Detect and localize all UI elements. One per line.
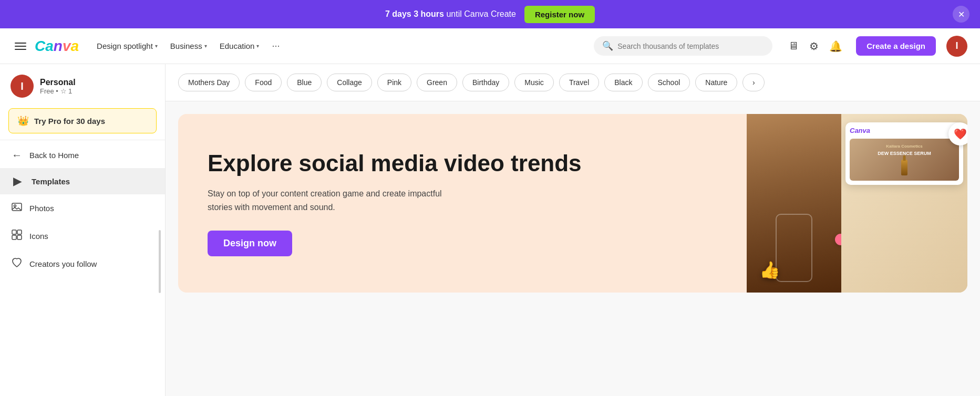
search-bar: 🔍 <box>594 36 772 56</box>
tag-school[interactable]: School <box>648 74 690 91</box>
tag-music[interactable]: Music <box>514 74 554 91</box>
sidebar-item-photos[interactable]: Photos <box>0 194 165 222</box>
banner-text: 7 days 3 hours until Canva Create <box>385 9 516 19</box>
hero-title: Explore social media video trends <box>208 150 721 177</box>
tag-collage[interactable]: Collage <box>327 74 372 91</box>
nav-education-label: Education <box>220 41 255 50</box>
svg-point-1 <box>14 205 16 207</box>
svg-rect-4 <box>12 235 16 239</box>
heart-icon <box>11 257 23 271</box>
hero-content: Explore social media video trends Stay o… <box>178 114 747 293</box>
main-nav: Design spotlight ▾ Business ▾ Education … <box>91 37 285 55</box>
sidebar-profile-plan: Free • ☆ 1 <box>40 87 76 95</box>
sidebar-photos-label: Photos <box>29 204 54 213</box>
svg-rect-2 <box>12 230 16 234</box>
tags-more-button[interactable]: › <box>742 74 765 91</box>
svg-rect-5 <box>17 235 22 239</box>
header-icons: 🖥 ⚙ 🔔 <box>785 37 845 56</box>
banner-suffix: until Canva Create <box>446 9 516 18</box>
tag-green[interactable]: Green <box>417 74 457 91</box>
crown-icon: 👑 <box>17 115 29 127</box>
bell-icon-button[interactable]: 🔔 <box>826 37 845 56</box>
tag-pink[interactable]: Pink <box>377 74 411 91</box>
canva-mockup-logo: Canva <box>850 127 870 134</box>
hero-image-right: Canva ··· ↑ Kallara Cosmetics DEW ESSENC… <box>841 114 967 293</box>
scroll-indicator <box>159 230 161 293</box>
hero-banner: Explore social media video trends Stay o… <box>178 114 967 293</box>
cosmetics-brand: Kallara Cosmetics <box>878 144 931 149</box>
canva-mockup-header: Canva ··· ↑ <box>850 127 959 134</box>
svg-rect-3 <box>17 230 22 234</box>
back-arrow-icon: ← <box>11 149 23 161</box>
tag-blue[interactable]: Blue <box>287 74 322 91</box>
sidebar-item-templates[interactable]: ▶ Templates <box>0 168 165 194</box>
nav-business[interactable]: Business ▾ <box>165 38 212 54</box>
create-design-button[interactable]: Create a design <box>856 36 936 56</box>
sidebar-profile: I Personal Free • ☆ 1 <box>0 64 165 104</box>
nav-design-spotlight-label: Design spotlight <box>97 41 153 50</box>
sidebar-creators-label: Creators you follow <box>29 259 97 268</box>
sidebar-divider <box>0 140 165 140</box>
sidebar-item-creators[interactable]: Creators you follow <box>0 250 165 278</box>
search-input[interactable] <box>617 42 764 50</box>
banner-countdown: 7 days 3 hours <box>385 9 444 18</box>
photos-icon <box>11 201 23 215</box>
tag-mothers-day[interactable]: Mothers Day <box>178 74 240 91</box>
chevron-down-icon: ▾ <box>256 43 259 49</box>
main-layout: I Personal Free • ☆ 1 👑 Try Pro for 30 d… <box>0 64 980 396</box>
thumbs-up-icon: 👍 <box>759 260 780 280</box>
monitor-icon-button[interactable]: 🖥 <box>785 37 802 55</box>
tag-nature[interactable]: Nature <box>695 74 737 91</box>
icons-icon <box>11 229 23 243</box>
sidebar-templates-label: Templates <box>32 177 70 186</box>
sidebar-back-home-label: Back to Home <box>29 151 79 160</box>
content-area: Mothers Day Food Blue Collage Pink Green… <box>166 64 980 396</box>
search-icon: 🔍 <box>602 40 613 51</box>
canva-logo[interactable]: Canva <box>35 38 79 55</box>
hero-subtitle: Stay on top of your content creation gam… <box>208 187 449 214</box>
hamburger-line <box>15 43 26 44</box>
chevron-down-icon: ▾ <box>155 43 158 49</box>
sidebar-item-icons[interactable]: Icons <box>0 222 165 250</box>
sidebar-item-back-home[interactable]: ← Back to Home <box>0 142 165 168</box>
tag-food[interactable]: Food <box>245 74 282 91</box>
tag-black[interactable]: Black <box>604 74 642 91</box>
tags-row: Mothers Day Food Blue Collage Pink Green… <box>166 64 980 101</box>
try-pro-label: Try Pro for 30 days <box>34 117 105 126</box>
arrow-right-icon: ▶ <box>11 175 23 187</box>
canva-mockup-image: Kallara Cosmetics DEW ESSENCE SERUM <box>850 139 959 181</box>
design-now-button[interactable]: Design now <box>208 231 292 256</box>
hero-image-left: 👍 <box>747 114 841 293</box>
nav-education[interactable]: Education ▾ <box>214 38 265 54</box>
sidebar: I Personal Free • ☆ 1 👑 Try Pro for 30 d… <box>0 64 166 396</box>
nav-more-button[interactable]: ··· <box>266 37 285 55</box>
close-banner-button[interactable]: ✕ <box>953 6 969 23</box>
header: Canva Design spotlight ▾ Business ▾ Educ… <box>0 28 980 64</box>
heart-badge: ❤️ <box>948 122 967 145</box>
hamburger-button[interactable] <box>13 40 28 52</box>
hamburger-line <box>15 49 26 50</box>
nav-business-label: Business <box>170 41 202 50</box>
hamburger-line <box>15 46 26 47</box>
try-pro-button[interactable]: 👑 Try Pro for 30 days <box>8 108 157 133</box>
tag-travel[interactable]: Travel <box>559 74 599 91</box>
canva-mockup-card: Canva ··· ↑ Kallara Cosmetics DEW ESSENC… <box>845 122 963 185</box>
sidebar-icons-label: Icons <box>29 232 48 241</box>
tag-birthday[interactable]: Birthday <box>462 74 509 91</box>
sidebar-profile-name: Personal <box>40 78 76 87</box>
user-avatar[interactable]: I <box>946 36 967 57</box>
top-banner: 7 days 3 hours until Canva Create Regist… <box>0 0 980 28</box>
chevron-down-icon: ▾ <box>204 43 207 49</box>
settings-icon-button[interactable]: ⚙ <box>806 37 822 56</box>
register-button[interactable]: Register now <box>524 6 595 23</box>
nav-design-spotlight[interactable]: Design spotlight ▾ <box>91 38 163 54</box>
sidebar-avatar[interactable]: I <box>11 75 34 98</box>
hero-images: 👍 Canva ··· <box>747 114 967 293</box>
